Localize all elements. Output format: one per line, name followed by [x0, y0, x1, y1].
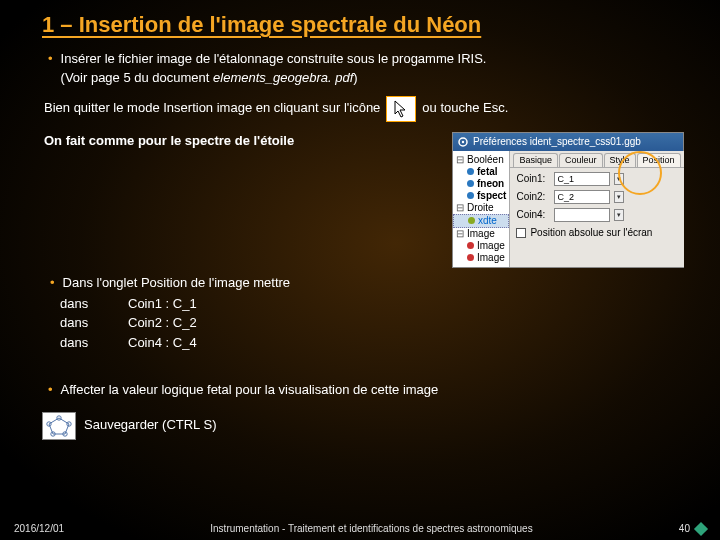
coin4-label: Coin4:	[516, 210, 550, 220]
chk-label: Position absolue sur l'écran	[530, 228, 652, 238]
coin1-input[interactable]	[554, 172, 610, 186]
coin2-input[interactable]	[554, 190, 610, 204]
footer: 2016/12/01 Instrumentation - Traitement …	[0, 523, 720, 534]
r3a: dans	[60, 334, 128, 353]
chevron-down-icon[interactable]: ▾	[614, 191, 624, 203]
list-3: fspect	[477, 191, 506, 201]
r3b: Coin4 : C_4	[128, 334, 248, 353]
affecter-a: Affecter la valeur logique	[61, 382, 207, 397]
esc-d: ou touche Esc.	[422, 99, 508, 118]
diamond-icon	[694, 521, 708, 535]
dot-icon	[467, 242, 474, 249]
coin2-label: Coin2:	[516, 192, 550, 202]
r2a: dans	[60, 314, 128, 333]
svg-point-1	[462, 140, 464, 142]
coins-grid: dansCoin1 : C_1 dansCoin2 : C_2 dansCoin…	[60, 295, 684, 354]
list-7: Image	[477, 241, 505, 251]
bullet-insert: • Insérer le fichier image de l'étalonna…	[36, 50, 684, 88]
save-text: Sauvegarder (CTRL S)	[84, 416, 216, 435]
highlight-circle-icon	[618, 151, 662, 195]
prefs-objectlist[interactable]: ⊟Booléen fetal fneon fspect ⊟Droite xdte…	[453, 151, 510, 267]
slide-title: 1 – Insertion de l'image spectrale du Né…	[42, 12, 684, 38]
list-1: fetal	[477, 167, 498, 177]
r1a: dans	[60, 295, 128, 314]
bullet1-doc: elements_geogebra. pdf	[213, 70, 353, 85]
footer-page: 40	[679, 523, 690, 534]
dot-icon	[467, 168, 474, 175]
r1b: Coin1 : C_1	[128, 295, 248, 314]
coin1-label: Coin1:	[516, 174, 550, 184]
spectre-note: On fait comme pour le spectre de l'étoil…	[44, 132, 294, 151]
coins-head: Dans l'onglet Position de l'image mettre	[63, 274, 291, 293]
cursor-icon[interactable]	[386, 96, 416, 122]
tab-basique[interactable]: Basique	[513, 153, 558, 167]
prefs-title-text: Préférences ident_spectre_css01.ggb	[473, 137, 641, 147]
polygon-icon	[42, 412, 76, 440]
list-0: Booléen	[467, 155, 504, 165]
dot-icon	[468, 217, 475, 224]
affecter-b: fetal	[207, 382, 232, 397]
coin4-input[interactable]	[554, 208, 610, 222]
bullet1-line1: Insérer le fichier image de l'étalonnage…	[61, 51, 487, 66]
affecter-c: pour la visualisation de cette image	[232, 382, 439, 397]
bullet-dot: •	[48, 381, 53, 399]
tab-couleur[interactable]: Couleur	[559, 153, 603, 167]
chevron-down-icon[interactable]: ▾	[614, 209, 624, 221]
bullet-dot: •	[48, 50, 53, 68]
dot-icon	[467, 180, 474, 187]
gear-icon	[457, 136, 469, 148]
footer-mid: Instrumentation - Traitement et identifi…	[210, 523, 532, 534]
r2b: Coin2 : C_2	[128, 314, 248, 333]
prefs-panel: Préférences ident_spectre_css01.ggb ⊟Boo…	[452, 132, 684, 268]
prefs-titlebar: Préférences ident_spectre_css01.ggb	[453, 133, 683, 151]
esc-c: en cliquant sur l'icône	[252, 100, 380, 115]
list-8: Image	[477, 253, 505, 263]
checkbox-abspos[interactable]	[516, 228, 526, 238]
footer-date: 2016/12/01	[14, 523, 64, 534]
list-6: Image	[467, 229, 495, 239]
esc-row: Bien quitter le mode Insertion image en …	[44, 96, 684, 122]
bullet1-line2a: (Voir page 5 du document	[61, 70, 214, 85]
list-5: xdte	[478, 216, 497, 226]
bullet1-line2b: )	[353, 70, 357, 85]
esc-a: Bien quitter le mode	[44, 100, 163, 115]
dot-icon	[467, 254, 474, 261]
list-2: fneon	[477, 179, 504, 189]
dot-icon	[467, 192, 474, 199]
list-4: Droite	[467, 203, 494, 213]
esc-b: Insertion image	[163, 100, 252, 115]
bullet-dot: •	[50, 274, 55, 292]
